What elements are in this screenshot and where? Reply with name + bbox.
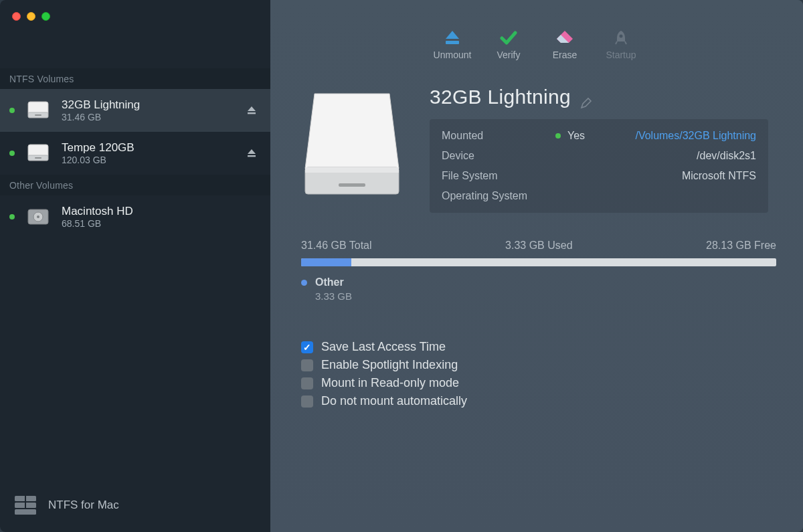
option-enable-spotlight-indexing[interactable]: Enable Spotlight Indexing bbox=[301, 358, 776, 372]
volume-name: 32GB Lightning bbox=[62, 98, 246, 112]
checkbox-icon[interactable] bbox=[301, 341, 313, 353]
drive-icon-large bbox=[301, 88, 403, 201]
eject-icon[interactable] bbox=[246, 105, 257, 116]
svg-rect-7 bbox=[248, 155, 256, 157]
info-label: Device bbox=[442, 150, 555, 162]
svg-rect-2 bbox=[35, 114, 41, 116]
internal-drive-icon bbox=[25, 204, 51, 230]
startup-icon bbox=[612, 29, 630, 46]
volume-title-row: 32GB Lightning bbox=[430, 86, 776, 108]
volume-name: Tempe 120GB bbox=[62, 141, 246, 155]
checkbox-icon[interactable] bbox=[301, 377, 313, 389]
svg-rect-15 bbox=[446, 41, 459, 44]
volume-text: Macintosh HD 68.51 GB bbox=[62, 204, 257, 230]
option-label: Enable Spotlight Indexing bbox=[321, 358, 458, 372]
mount-path[interactable]: /Volumes/32GB Lightning bbox=[608, 130, 756, 142]
toolbar-label: Unmount bbox=[434, 50, 472, 60]
toolbar: Unmount Verify Erase Startup bbox=[270, 0, 803, 68]
info-value-yes: Yes bbox=[567, 130, 608, 142]
svg-rect-3 bbox=[248, 112, 256, 114]
volume-name: Macintosh HD bbox=[62, 204, 257, 218]
erase-icon bbox=[555, 29, 574, 46]
usage-used: 3.33 GB Used bbox=[505, 240, 573, 252]
minimize-window-button[interactable] bbox=[27, 12, 35, 21]
checkbox-icon[interactable] bbox=[301, 395, 313, 408]
svg-point-10 bbox=[37, 215, 39, 218]
svg-rect-18 bbox=[305, 167, 399, 173]
volume-detail: 32GB Lightning Mounted Yes /Volumes/32GB… bbox=[270, 68, 803, 213]
sidebar-item-32gb-lightning[interactable]: 32GB Lightning 31.46 GB bbox=[0, 89, 270, 132]
info-card: Mounted Yes /Volumes/32GB Lightning Devi… bbox=[430, 119, 768, 213]
usage-legend: Other 3.33 GB bbox=[301, 276, 776, 302]
sidebar: NTFS Volumes 32GB Lightning 31.46 GB Tem… bbox=[0, 0, 270, 532]
info-row-filesystem: File System Microsoft NTFS bbox=[442, 166, 756, 186]
toolbar-startup: Startup bbox=[602, 29, 640, 60]
info-label: Operating System bbox=[442, 190, 555, 202]
volume-title: 32GB Lightning bbox=[430, 86, 571, 108]
sidebar-footer: NTFS for Mac bbox=[0, 481, 270, 532]
info-label: File System bbox=[442, 170, 555, 182]
info-label: Mounted bbox=[442, 130, 555, 142]
usage-labels: 31.46 GB Total 3.33 GB Used 28.13 GB Fre… bbox=[301, 240, 776, 252]
info-row-mounted: Mounted Yes /Volumes/32GB Lightning bbox=[442, 126, 756, 146]
eject-icon[interactable] bbox=[246, 148, 257, 159]
close-window-button[interactable] bbox=[12, 12, 21, 21]
window-titlebar bbox=[0, 0, 270, 68]
usage-bar-fill bbox=[301, 258, 351, 266]
legend-dot-icon bbox=[301, 280, 307, 286]
option-label: Mount in Read-only mode bbox=[321, 376, 459, 390]
status-dot-icon bbox=[555, 133, 561, 139]
section-header-ntfs: NTFS Volumes bbox=[0, 68, 270, 89]
volume-size: 120.03 GB bbox=[62, 155, 246, 167]
info-value: /dev/disk2s1 bbox=[555, 150, 756, 162]
toolbar-label: Verify bbox=[497, 50, 520, 60]
section-header-other: Other Volumes bbox=[0, 175, 270, 195]
status-dot-icon bbox=[9, 151, 15, 156]
info-row-device: Device /dev/disk2s1 bbox=[442, 146, 756, 166]
toolbar-unmount[interactable]: Unmount bbox=[433, 29, 472, 60]
option-mount-read-only[interactable]: Mount in Read-only mode bbox=[301, 376, 776, 390]
toolbar-verify[interactable]: Verify bbox=[489, 29, 528, 60]
usage-bar bbox=[301, 258, 776, 266]
external-drive-icon bbox=[25, 141, 51, 166]
option-save-last-access-time[interactable]: Save Last Access Time bbox=[301, 340, 776, 354]
usage-total: 31.46 GB Total bbox=[301, 240, 372, 252]
legend-label: Other bbox=[315, 276, 352, 290]
main-panel: Unmount Verify Erase Startup bbox=[270, 0, 803, 532]
svg-rect-19 bbox=[339, 183, 365, 187]
options-section: Save Last Access Time Enable Spotlight I… bbox=[270, 302, 803, 408]
info-row-os: Operating System bbox=[442, 186, 756, 206]
svg-rect-6 bbox=[35, 157, 41, 159]
volume-text: Tempe 120GB 120.03 GB bbox=[62, 141, 246, 167]
option-do-not-mount-automatically[interactable]: Do not mount automatically bbox=[301, 394, 776, 408]
svg-point-16 bbox=[620, 35, 623, 38]
toolbar-label: Startup bbox=[606, 50, 636, 60]
app-logo-icon bbox=[15, 496, 36, 515]
toolbar-label: Erase bbox=[553, 50, 577, 60]
checkbox-icon[interactable] bbox=[301, 359, 313, 371]
legend-value: 3.33 GB bbox=[315, 290, 352, 303]
zoom-window-button[interactable] bbox=[41, 12, 50, 21]
status-dot-icon bbox=[9, 108, 15, 113]
rename-icon[interactable] bbox=[580, 91, 592, 103]
sidebar-item-macintosh-hd[interactable]: Macintosh HD 68.51 GB bbox=[0, 195, 270, 238]
legend-item-other: Other 3.33 GB bbox=[301, 276, 776, 302]
svg-rect-14 bbox=[25, 496, 26, 508]
app-window: NTFS Volumes 32GB Lightning 31.46 GB Tem… bbox=[0, 0, 803, 532]
window-controls bbox=[12, 12, 50, 21]
svg-rect-13 bbox=[15, 509, 36, 515]
usage-section: 31.46 GB Total 3.33 GB Used 28.13 GB Fre… bbox=[270, 213, 803, 302]
toolbar-erase[interactable]: Erase bbox=[545, 29, 584, 60]
sidebar-item-tempe-120gb[interactable]: Tempe 120GB 120.03 GB bbox=[0, 132, 270, 175]
volume-size: 68.51 GB bbox=[62, 218, 257, 230]
option-label: Do not mount automatically bbox=[321, 394, 467, 408]
usage-free: 28.13 GB Free bbox=[706, 240, 776, 252]
app-name: NTFS for Mac bbox=[48, 499, 119, 512]
status-dot-icon bbox=[9, 214, 15, 219]
volume-text: 32GB Lightning 31.46 GB bbox=[62, 98, 246, 124]
unmount-icon bbox=[443, 29, 462, 46]
info-value: Microsoft NTFS bbox=[555, 170, 756, 182]
option-label: Save Last Access Time bbox=[321, 340, 446, 354]
volume-size: 31.46 GB bbox=[62, 112, 246, 124]
external-drive-icon bbox=[25, 98, 51, 123]
